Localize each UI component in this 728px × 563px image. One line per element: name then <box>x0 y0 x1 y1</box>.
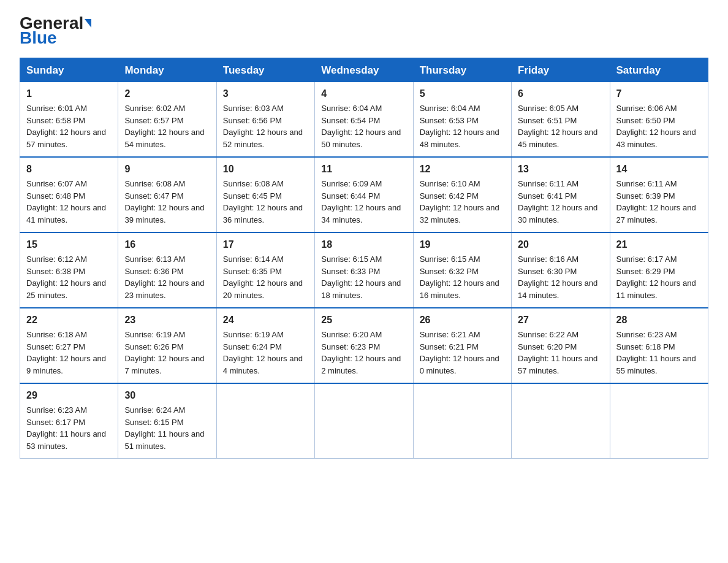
calendar-cell: 6Sunrise: 6:05 AMSunset: 6:51 PMDaylight… <box>512 82 610 158</box>
calendar-cell: 23Sunrise: 6:19 AMSunset: 6:26 PMDayligh… <box>118 308 216 383</box>
daylight-text: Daylight: 12 hours and 54 minutes. <box>124 128 204 149</box>
day-number: 16 <box>124 237 210 252</box>
day-number: 25 <box>321 313 406 327</box>
day-header-monday: Monday <box>118 58 216 82</box>
sunset-text: Sunset: 6:56 PM <box>223 116 282 125</box>
day-number: 2 <box>124 86 210 101</box>
day-number: 5 <box>420 86 505 101</box>
sunset-text: Sunset: 6:26 PM <box>124 342 183 351</box>
daylight-text: Daylight: 11 hours and 55 minutes. <box>616 354 696 375</box>
calendar-cell: 8Sunrise: 6:07 AMSunset: 6:48 PMDaylight… <box>20 157 118 232</box>
sunrise-text: Sunrise: 6:17 AM <box>616 255 677 264</box>
sunrise-text: Sunrise: 6:08 AM <box>223 179 284 188</box>
sunset-text: Sunset: 6:15 PM <box>124 418 183 427</box>
day-header-wednesday: Wednesday <box>315 58 413 82</box>
daylight-text: Daylight: 12 hours and 36 minutes. <box>223 203 303 224</box>
calendar-cell: 11Sunrise: 6:09 AMSunset: 6:44 PMDayligh… <box>315 157 413 232</box>
sunrise-text: Sunrise: 6:08 AM <box>124 179 185 188</box>
calendar-cell: 10Sunrise: 6:08 AMSunset: 6:45 PMDayligh… <box>216 157 314 232</box>
day-number: 9 <box>124 162 210 177</box>
day-number: 7 <box>616 86 702 101</box>
sunrise-text: Sunrise: 6:10 AM <box>420 179 480 188</box>
day-header-tuesday: Tuesday <box>216 58 314 82</box>
day-number: 10 <box>223 162 308 177</box>
calendar-cell <box>216 383 314 459</box>
sunset-text: Sunset: 6:58 PM <box>26 116 85 125</box>
calendar-cell: 19Sunrise: 6:15 AMSunset: 6:32 PMDayligh… <box>413 232 511 308</box>
daylight-text: Daylight: 12 hours and 2 minutes. <box>321 354 401 375</box>
calendar-cell: 30Sunrise: 6:24 AMSunset: 6:15 PMDayligh… <box>118 383 216 459</box>
daylight-text: Daylight: 12 hours and 7 minutes. <box>124 354 204 375</box>
calendar-cell: 5Sunrise: 6:04 AMSunset: 6:53 PMDaylight… <box>413 82 511 158</box>
sunset-text: Sunset: 6:23 PM <box>321 342 380 351</box>
sunrise-text: Sunrise: 6:12 AM <box>26 255 87 264</box>
sunrise-text: Sunrise: 6:03 AM <box>223 104 284 113</box>
calendar-week-row: 8Sunrise: 6:07 AMSunset: 6:48 PMDaylight… <box>20 157 708 232</box>
sunset-text: Sunset: 6:39 PM <box>616 191 675 201</box>
day-number: 8 <box>26 162 112 177</box>
sunrise-text: Sunrise: 6:15 AM <box>321 255 382 264</box>
day-number: 15 <box>26 237 112 252</box>
daylight-text: Daylight: 12 hours and 9 minutes. <box>26 354 106 375</box>
sunset-text: Sunset: 6:54 PM <box>321 116 380 125</box>
sunset-text: Sunset: 6:53 PM <box>420 116 479 125</box>
sunrise-text: Sunrise: 6:23 AM <box>616 330 677 339</box>
day-number: 26 <box>420 313 505 327</box>
sunrise-text: Sunrise: 6:09 AM <box>321 179 382 188</box>
day-number: 11 <box>321 162 406 177</box>
sunrise-text: Sunrise: 6:15 AM <box>420 255 480 264</box>
calendar-cell: 21Sunrise: 6:17 AMSunset: 6:29 PMDayligh… <box>610 232 708 308</box>
day-header-sunday: Sunday <box>20 58 118 82</box>
logo-blue-text: Blue <box>20 29 57 47</box>
sunrise-text: Sunrise: 6:06 AM <box>616 104 677 113</box>
sunset-text: Sunset: 6:38 PM <box>26 267 85 276</box>
daylight-text: Daylight: 12 hours and 45 minutes. <box>518 128 597 149</box>
day-number: 17 <box>223 237 308 252</box>
sunrise-text: Sunrise: 6:21 AM <box>420 330 480 339</box>
sunrise-text: Sunrise: 6:02 AM <box>124 104 185 113</box>
sunrise-text: Sunrise: 6:24 AM <box>124 405 185 415</box>
page-header: General Blue <box>20 15 708 47</box>
sunrise-text: Sunrise: 6:07 AM <box>26 179 87 188</box>
daylight-text: Daylight: 12 hours and 20 minutes. <box>223 278 303 300</box>
calendar-cell: 9Sunrise: 6:08 AMSunset: 6:47 PMDaylight… <box>118 157 216 232</box>
calendar-week-row: 15Sunrise: 6:12 AMSunset: 6:38 PMDayligh… <box>20 232 708 308</box>
daylight-text: Daylight: 12 hours and 4 minutes. <box>223 354 303 375</box>
daylight-text: Daylight: 12 hours and 11 minutes. <box>616 278 696 300</box>
day-number: 28 <box>616 313 702 327</box>
day-number: 4 <box>321 86 406 101</box>
sunset-text: Sunset: 6:17 PM <box>26 418 85 427</box>
calendar-cell: 17Sunrise: 6:14 AMSunset: 6:35 PMDayligh… <box>216 232 314 308</box>
sunset-text: Sunset: 6:47 PM <box>124 191 183 201</box>
calendar-cell <box>512 383 610 459</box>
calendar-week-row: 29Sunrise: 6:23 AMSunset: 6:17 PMDayligh… <box>20 383 708 459</box>
calendar-cell: 27Sunrise: 6:22 AMSunset: 6:20 PMDayligh… <box>512 308 610 383</box>
sunrise-text: Sunrise: 6:16 AM <box>518 255 578 264</box>
daylight-text: Daylight: 12 hours and 52 minutes. <box>223 128 303 149</box>
calendar-cell: 13Sunrise: 6:11 AMSunset: 6:41 PMDayligh… <box>512 157 610 232</box>
calendar-cell <box>315 383 413 459</box>
daylight-text: Daylight: 11 hours and 51 minutes. <box>124 429 204 451</box>
day-number: 22 <box>26 313 112 327</box>
sunrise-text: Sunrise: 6:04 AM <box>321 104 382 113</box>
day-number: 18 <box>321 237 406 252</box>
day-number: 14 <box>616 162 702 177</box>
calendar-week-row: 22Sunrise: 6:18 AMSunset: 6:27 PMDayligh… <box>20 308 708 383</box>
sunrise-text: Sunrise: 6:13 AM <box>124 255 185 264</box>
sunrise-text: Sunrise: 6:11 AM <box>616 179 677 188</box>
sunset-text: Sunset: 6:33 PM <box>321 267 380 276</box>
sunset-text: Sunset: 6:36 PM <box>124 267 183 276</box>
sunset-text: Sunset: 6:30 PM <box>518 267 577 276</box>
daylight-text: Daylight: 12 hours and 34 minutes. <box>321 203 401 224</box>
sunset-text: Sunset: 6:45 PM <box>223 191 282 201</box>
day-number: 23 <box>124 313 210 327</box>
daylight-text: Daylight: 12 hours and 50 minutes. <box>321 128 401 149</box>
daylight-text: Daylight: 12 hours and 25 minutes. <box>26 278 106 300</box>
sunrise-text: Sunrise: 6:18 AM <box>26 330 87 339</box>
calendar-table: SundayMondayTuesdayWednesdayThursdayFrid… <box>20 58 708 459</box>
sunset-text: Sunset: 6:29 PM <box>616 267 675 276</box>
sunset-text: Sunset: 6:24 PM <box>223 342 282 351</box>
calendar-cell: 12Sunrise: 6:10 AMSunset: 6:42 PMDayligh… <box>413 157 511 232</box>
daylight-text: Daylight: 12 hours and 48 minutes. <box>420 128 499 149</box>
sunrise-text: Sunrise: 6:23 AM <box>26 405 87 415</box>
